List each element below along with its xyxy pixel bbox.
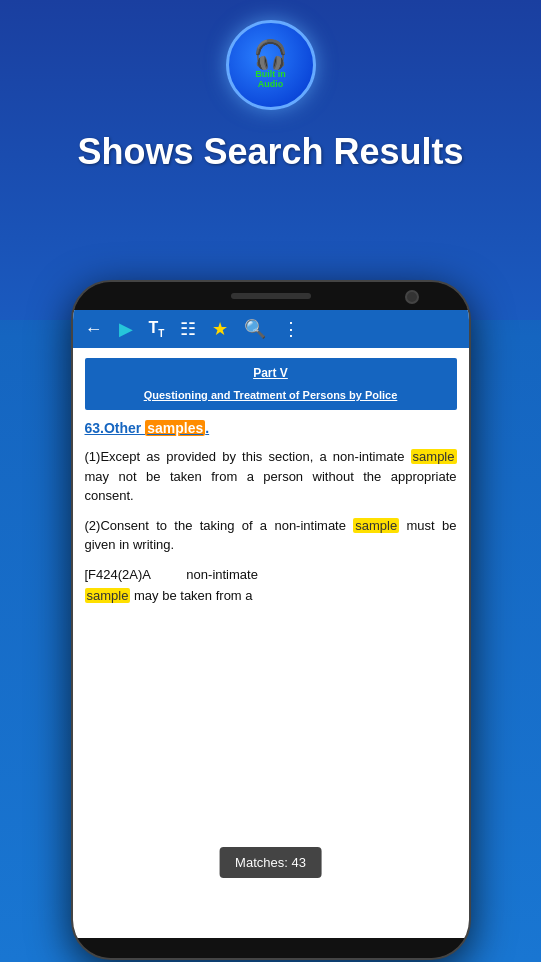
- text-size-icon[interactable]: TT: [149, 319, 165, 339]
- phone-screen: ← ▶ TT ☷ ★ 🔍 ⋮ Part V Questioning and Tr…: [73, 310, 469, 938]
- back-icon[interactable]: ←: [85, 319, 103, 340]
- phone-bottom-bar: [73, 938, 469, 958]
- paragraph-2-start: (2)Consent to the taking of a non-intima…: [85, 518, 354, 533]
- more-icon[interactable]: ⋮: [282, 318, 300, 340]
- part-subtitle: Questioning and Treatment of Persons by …: [144, 389, 398, 401]
- paragraph-3-part1: [F424(2A)A non-intimate: [85, 567, 258, 582]
- phone-speaker: [231, 293, 311, 299]
- headphone-icon: 🎧: [253, 41, 288, 69]
- part-label: Part V: [95, 364, 447, 382]
- part-header: Part V Questioning and Treatment of Pers…: [85, 358, 457, 410]
- paragraph-1: (1)Except as provided by this section, a…: [85, 447, 457, 506]
- section-heading: 63.Other samples.: [85, 418, 457, 439]
- phone-camera: [405, 290, 419, 304]
- logo-text-built: Built in: [255, 69, 286, 80]
- phone-mockup: ← ▶ TT ☷ ★ 🔍 ⋮ Part V Questioning and Tr…: [71, 280, 471, 960]
- paragraph-1-start: (1)Except as provided by this section, a…: [85, 449, 411, 464]
- matches-tooltip: Matches: 43: [219, 847, 322, 879]
- book-content: Part V Questioning and Treatment of Pers…: [73, 348, 469, 938]
- section-title-highlighted: samples: [145, 420, 205, 436]
- paragraph-2: (2)Consent to the taking of a non-intima…: [85, 516, 457, 555]
- star-icon[interactable]: ★: [212, 318, 228, 340]
- paragraph-1-end: may not be taken from a person without t…: [85, 469, 457, 504]
- top-section: 🎧 Built in Audio Shows Search Results: [0, 0, 541, 320]
- paragraph-3b: sample may be taken from a: [85, 586, 457, 606]
- list-icon[interactable]: ☷: [180, 318, 196, 340]
- play-icon[interactable]: ▶: [119, 318, 133, 340]
- search-icon[interactable]: 🔍: [244, 318, 266, 340]
- page-title: Shows Search Results: [77, 130, 463, 173]
- paragraph-3-end: may be taken from a: [130, 588, 252, 603]
- section-title-plain: Other: [104, 420, 145, 436]
- paragraph-3: [F424(2A)A non-intimate: [85, 565, 457, 585]
- logo-badge: 🎧 Built in Audio: [226, 20, 316, 110]
- paragraph-2-highlight: sample: [353, 518, 399, 533]
- section-title-end: .: [205, 420, 209, 436]
- app-toolbar: ← ▶ TT ☷ ★ 🔍 ⋮: [73, 310, 469, 348]
- logo-text-audio: Audio: [258, 79, 284, 89]
- matches-text: Matches: 43: [235, 855, 306, 870]
- paragraph-3-highlight: sample: [85, 588, 131, 603]
- phone-notch: [73, 282, 469, 310]
- paragraph-1-highlight: sample: [411, 449, 457, 464]
- section-number: 63.: [85, 420, 104, 436]
